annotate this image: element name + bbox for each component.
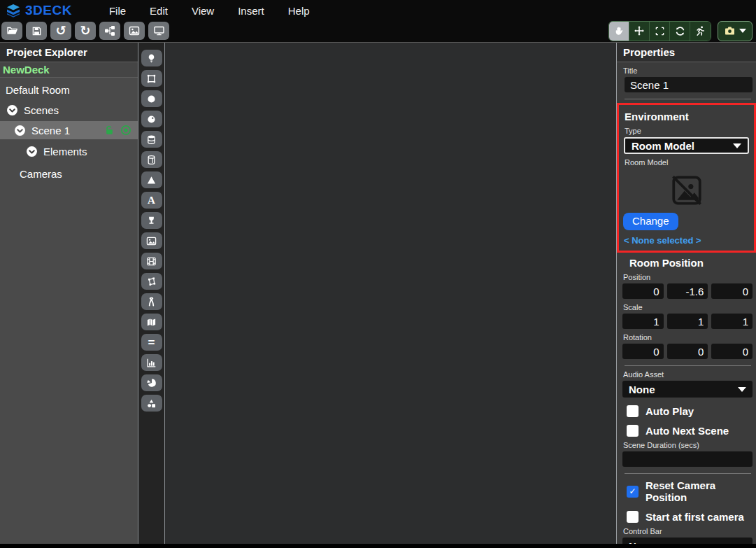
text-tool-button[interactable]: A: [141, 192, 162, 209]
control-bar-label: Control Bar: [623, 527, 753, 535]
scale-y-input[interactable]: [667, 314, 708, 329]
redo-button[interactable]: ↻: [75, 22, 96, 40]
scale-inputs: [622, 314, 753, 329]
auto-play-checkbox[interactable]: [627, 405, 639, 417]
auto-next-scene-checkbox[interactable]: [627, 425, 639, 437]
display-button[interactable]: [148, 22, 169, 40]
database-tool-button[interactable]: [141, 131, 162, 148]
move-tool-button[interactable]: [629, 22, 650, 41]
auto-next-scene-row: Auto Next Scene: [627, 425, 754, 437]
walk-tool-button[interactable]: [690, 22, 711, 41]
insert-tool-strip: A: [138, 43, 165, 544]
sphere-tool-button[interactable]: [141, 90, 162, 107]
audio-asset-label: Audio Asset: [623, 370, 753, 379]
properties-header: Properties: [617, 43, 756, 62]
no-image-placeholder-icon: [669, 173, 704, 208]
app-logo: 3DECK: [0, 3, 72, 18]
chevron-down-icon[interactable]: [6, 104, 18, 116]
undo-button[interactable]: ↺: [50, 22, 71, 40]
control-bar-dropdown[interactable]: None: [622, 538, 753, 544]
cone-tool-button[interactable]: [141, 171, 162, 188]
frame-tool-button[interactable]: [141, 70, 162, 87]
globe-tool-button[interactable]: [141, 111, 162, 127]
chevron-down-icon[interactable]: [26, 146, 38, 157]
change-model-button[interactable]: Change: [623, 213, 678, 230]
environment-heading: Environment: [625, 111, 750, 122]
reset-camera-checkbox[interactable]: [627, 486, 639, 498]
viewport-canvas[interactable]: [165, 43, 616, 544]
logo-stack-icon: [5, 3, 22, 17]
room-node[interactable]: Default Room: [6, 84, 138, 96]
rotation-label: Rotation: [623, 333, 753, 342]
properties-panel: Properties Title Environment Type Room M…: [616, 43, 756, 544]
pan-tool-button[interactable]: [609, 22, 629, 41]
menu-bar: 3DECK File Edit View Insert Help: [0, 0, 756, 21]
position-label: Position: [623, 273, 753, 281]
image-icon: [146, 236, 157, 246]
toolbar: ↺ ↻: [0, 21, 756, 42]
position-x-input[interactable]: [622, 283, 664, 299]
deck-name[interactable]: NewDeck: [0, 62, 138, 78]
cameras-node[interactable]: Cameras: [20, 168, 138, 180]
lines-tool-button[interactable]: =: [141, 334, 162, 351]
polygon-tool-button[interactable]: [141, 273, 162, 290]
scene1-node-selected[interactable]: Scene 1: [0, 121, 138, 139]
elements-node[interactable]: Elements: [26, 146, 138, 157]
chevron-down-icon: [738, 387, 746, 392]
audio-asset-dropdown[interactable]: None: [622, 381, 753, 398]
map-tool-button[interactable]: [141, 314, 162, 330]
refresh-icon: [675, 26, 685, 36]
main-area: Project Explorer NewDeck Default Room Sc…: [0, 42, 756, 544]
project-explorer-header: Project Explorer: [0, 43, 138, 62]
shapes-tool-button[interactable]: [141, 395, 162, 412]
unlock-icon[interactable]: [104, 125, 115, 136]
save-button[interactable]: [26, 22, 47, 40]
image-tool-button[interactable]: [141, 232, 162, 249]
ribbon-tool-button[interactable]: [141, 293, 162, 310]
goblet-icon: [146, 216, 157, 226]
polygon-icon: [146, 276, 157, 287]
chevron-down-icon[interactable]: [14, 125, 26, 136]
menu-edit[interactable]: Edit: [138, 5, 180, 17]
move-icon: [634, 25, 645, 36]
text-tool-icon: A: [148, 195, 155, 206]
menu-file[interactable]: File: [97, 5, 138, 17]
video-tool-button[interactable]: [141, 253, 162, 269]
reset-camera-label: Reset Camera Position: [646, 479, 754, 503]
start-first-camera-checkbox[interactable]: [627, 511, 639, 523]
light-tool-button[interactable]: [141, 50, 162, 66]
menu-help[interactable]: Help: [276, 5, 322, 17]
selection-brackets-icon: [655, 26, 665, 36]
scale-z-input[interactable]: [711, 314, 753, 329]
scene-duration-input[interactable]: [622, 451, 753, 467]
capture-button[interactable]: [718, 21, 753, 41]
rotation-y-input[interactable]: [667, 344, 708, 359]
frame-view-button[interactable]: [650, 22, 670, 41]
gallery-button[interactable]: [124, 22, 145, 40]
visibility-icon[interactable]: [120, 125, 131, 136]
menu-view[interactable]: View: [180, 5, 226, 17]
position-z-input[interactable]: [711, 283, 753, 299]
title-input[interactable]: [625, 77, 753, 92]
scene-hierarchy-button[interactable]: [99, 22, 120, 40]
model-selection-status[interactable]: < None selected >: [624, 235, 750, 246]
scenes-node[interactable]: Scenes: [6, 104, 138, 116]
hierarchy-icon: [104, 25, 115, 36]
refresh-button[interactable]: [670, 22, 690, 41]
goblet-tool-button[interactable]: [141, 212, 162, 229]
scale-x-input[interactable]: [622, 314, 664, 329]
toolbar-left-group: ↺ ↻: [1, 22, 169, 40]
frame-icon: [146, 73, 157, 84]
environment-type-dropdown[interactable]: Room Model: [624, 137, 749, 154]
menu-insert[interactable]: Insert: [226, 5, 276, 17]
position-y-input[interactable]: [667, 283, 708, 299]
scenes-label: Scenes: [24, 104, 59, 116]
rotation-z-input[interactable]: [711, 344, 753, 359]
pie-chart-tool-button[interactable]: [141, 374, 162, 391]
database-icon: [146, 134, 157, 145]
cylinder-tool-button[interactable]: [141, 151, 162, 168]
position-inputs: [622, 283, 753, 299]
rotation-x-input[interactable]: [622, 344, 664, 359]
open-project-button[interactable]: [1, 22, 22, 40]
bar-chart-tool-button[interactable]: [141, 354, 162, 371]
